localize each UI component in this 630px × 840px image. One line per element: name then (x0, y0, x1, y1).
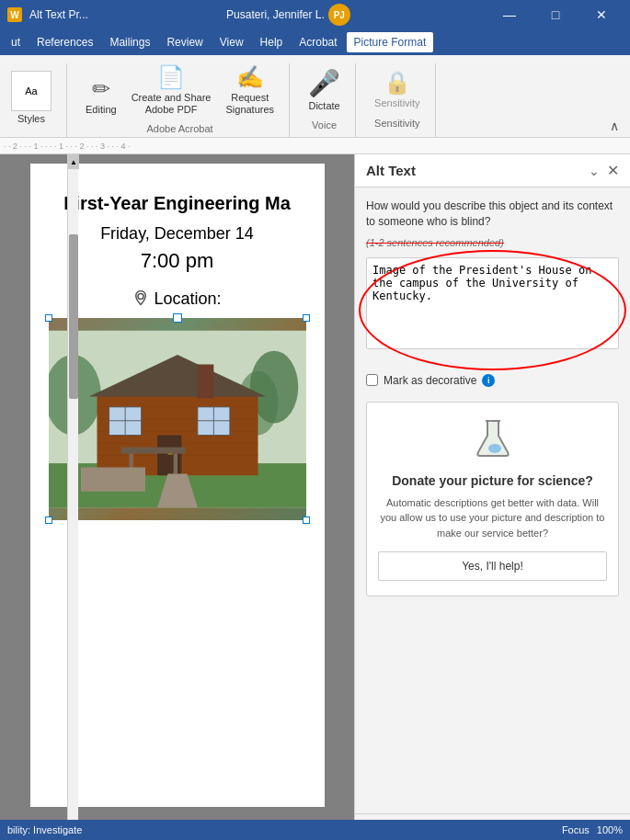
menu-bar: ut References Mailings Review View Help … (0, 29, 630, 55)
document-date: Friday, December 14 (49, 224, 306, 244)
science-desc: Automatic descriptions get better with d… (378, 495, 607, 541)
title-bar: W Alt Text Pr... Pusateri, Jennifer L. P… (0, 0, 630, 29)
focus-label: Focus (562, 824, 590, 835)
ribbon-group-sensitivity: 🔒 Sensitivity Sensitivity (371, 63, 436, 137)
scroll-track (68, 169, 78, 825)
svg-rect-26 (81, 468, 145, 492)
menu-item-layout[interactable]: ut (4, 32, 28, 52)
v-scrollbar[interactable]: ▲ ▼ (67, 154, 78, 840)
menu-item-picture-format[interactable]: Picture Format (347, 32, 434, 52)
resize-handle-top[interactable] (173, 313, 182, 323)
sensitivity-group-label: Sensitivity (374, 118, 420, 129)
menu-item-mailings[interactable]: Mailings (102, 32, 157, 52)
ribbon-btn-dictate[interactable]: 🎤 Dictate (304, 66, 344, 114)
dictate-label: Dictate (308, 100, 339, 112)
ribbon-group-styles: Aa Styles (7, 63, 67, 137)
main-area: First-Year Engineering Ma Friday, Decemb… (0, 154, 630, 840)
user-avatar: PJ (328, 4, 350, 26)
status-left: bility: Investigate (7, 824, 82, 835)
ribbon-btn-request-signatures[interactable]: ✍ Request Signatures (222, 62, 278, 118)
alt-text-panel: Alt Text ⌄ ✕ How would you describe this… (354, 154, 630, 840)
svg-point-28 (488, 444, 501, 453)
help-button[interactable]: Yes, I'll help! (378, 551, 607, 581)
title-bar-left: W Alt Text Pr... (7, 7, 88, 22)
resize-handle-bl[interactable] (45, 516, 52, 524)
menu-item-acrobat[interactable]: Acrobat (292, 32, 344, 52)
ribbon-group-voice: 🎤 Dictate Voice (304, 63, 356, 137)
resize-handle-tr[interactable] (303, 314, 310, 322)
flask-icon (475, 417, 511, 466)
panel-hint: (1-2 sentences recommended) (366, 237, 619, 248)
svg-rect-14 (157, 436, 181, 476)
scroll-thumb[interactable] (69, 234, 78, 399)
resize-handle-tl[interactable] (45, 314, 52, 322)
ribbon-btn-sensitivity[interactable]: 🔒 Sensitivity (371, 68, 424, 111)
svg-rect-13 (197, 365, 213, 399)
decorative-checkbox[interactable] (366, 374, 378, 386)
document-image-container[interactable] (49, 318, 306, 520)
window-title: Alt Text Pr... (29, 8, 88, 21)
decorative-label: Mark as decorative (384, 374, 476, 387)
word-icon: W (7, 7, 22, 22)
panel-close-button[interactable]: ✕ (607, 162, 619, 179)
alt-text-input[interactable]: Image of the President's House on the ca… (366, 257, 619, 349)
ruler: · · 2 · · · 1 · · · · 1 · · · 2 · · · 3 … (0, 138, 630, 154)
resize-handle-br[interactable] (303, 516, 310, 524)
menu-item-help[interactable]: Help (253, 32, 291, 52)
voice-group-label: Voice (312, 119, 337, 131)
status-right: Focus 100% (562, 824, 623, 835)
panel-chevron-icon[interactable]: ⌄ (589, 164, 600, 178)
status-bar: bility: Investigate Focus 100% (0, 820, 630, 840)
ribbon-btn-editing[interactable]: ✏ Editing (82, 74, 120, 118)
science-section: Donate your picture for science? Automat… (366, 402, 619, 597)
panel-header-right: ⌄ ✕ (589, 162, 619, 179)
acrobat-group-label: Adobe Acrobat (146, 123, 212, 134)
info-icon[interactable]: i (482, 374, 495, 387)
document-location: Location: (49, 288, 306, 309)
svg-rect-22 (120, 448, 185, 454)
location-icon (132, 291, 154, 310)
editing-label: Editing (86, 104, 117, 116)
svg-rect-24 (173, 454, 177, 474)
menu-item-view[interactable]: View (212, 32, 251, 52)
document-time: 7:00 pm (49, 249, 306, 273)
ribbon-collapse-button[interactable]: ∧ (606, 115, 623, 137)
science-title: Donate your picture for science? (392, 473, 593, 488)
scroll-up-btn[interactable]: ▲ (68, 154, 79, 169)
alt-text-textarea-container: Image of the President's House on the ca… (366, 257, 619, 363)
menu-item-references[interactable]: References (29, 32, 100, 52)
request-signatures-label: Request Signatures (225, 92, 274, 116)
minimize-button[interactable]: — (488, 0, 531, 29)
svg-point-0 (138, 294, 143, 300)
panel-description: How would you describe this object and i… (366, 199, 619, 230)
decorative-checkbox-row: Mark as decorative i (366, 374, 619, 387)
document-image (49, 318, 306, 520)
ribbon-btn-create-share[interactable]: 📄 Create and Share Adobe PDF (128, 62, 215, 118)
sensitivity-label: Sensitivity (374, 97, 420, 109)
maximize-button[interactable]: □ (534, 0, 577, 29)
user-info: Pusateri, Jennifer L. PJ (226, 4, 350, 26)
ribbon: Aa Styles ✏ Editing 📄 Create and Share A… (0, 55, 630, 138)
window-controls: — □ ✕ (488, 0, 623, 29)
ribbon-btn-styles[interactable]: Aa Styles (7, 69, 55, 127)
user-name: Pusateri, Jennifer L. (226, 8, 325, 21)
create-share-label: Create and Share Adobe PDF (132, 92, 212, 116)
panel-title: Alt Text (366, 163, 416, 178)
styles-label: Styles (17, 113, 45, 125)
document-title: First-Year Engineering Ma (49, 191, 306, 215)
ribbon-group-acrobat: ✏ Editing 📄 Create and Share Adobe PDF ✍… (82, 63, 290, 137)
close-button[interactable]: ✕ (580, 0, 623, 29)
zoom-level: 100% (597, 824, 623, 835)
document-area[interactable]: First-Year Engineering Ma Friday, Decemb… (0, 154, 354, 840)
panel-body: How would you describe this object and i… (355, 187, 630, 813)
menu-item-review[interactable]: Review (159, 32, 210, 52)
panel-header: Alt Text ⌄ ✕ (355, 154, 630, 187)
